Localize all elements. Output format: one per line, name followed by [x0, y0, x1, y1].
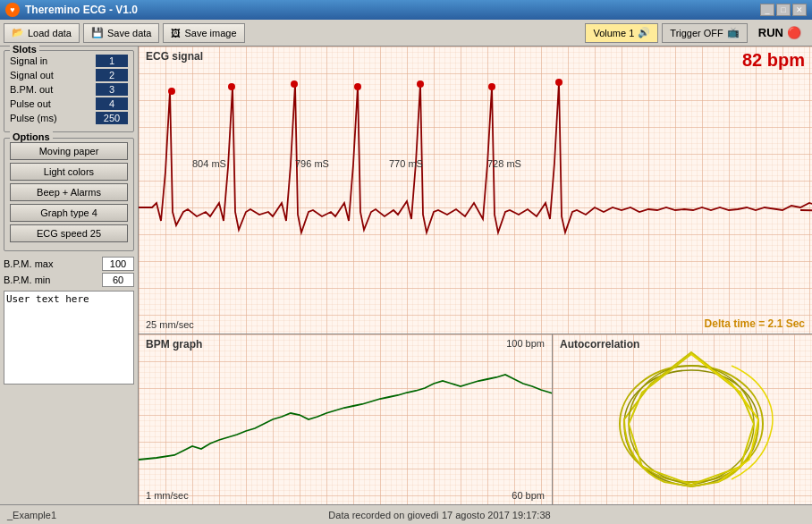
light-colors-button[interactable]: Light colors	[10, 163, 128, 181]
window-controls[interactable]: _ □ ✕	[760, 4, 807, 16]
sidebar: Slots Signal in 1 Signal out 2 B.PM. out…	[0, 46, 139, 504]
status-bar: _Example1 Data recorded on giovedì 17 ag…	[0, 504, 812, 524]
bpm-speed-label: 1 mm/sec	[146, 490, 189, 501]
bpm-top-label: 100 bpm	[506, 338, 545, 349]
svg-text:804 mS: 804 mS	[192, 158, 226, 169]
bpm-bottom-label: 60 bpm	[512, 490, 545, 501]
ecg-grid-svg: 804 mS 796 mS 770 mS 728 mS	[139, 46, 812, 334]
bpm-min-value: 60	[102, 273, 134, 287]
slots-title: Slots	[10, 44, 39, 55]
svg-text:796 mS: 796 mS	[295, 158, 329, 169]
pulse-ms-row: Pulse (ms) 250	[10, 112, 128, 124]
close-button[interactable]: ✕	[792, 4, 807, 16]
pulse-out-value: 4	[96, 97, 128, 110]
svg-point-8	[488, 83, 495, 90]
run-icon: 🔴	[787, 26, 801, 39]
bpm-out-label: B.PM. out	[10, 84, 53, 95]
ecg-panel: 804 mS 796 mS 770 mS 728 mS ECG signal 8…	[139, 46, 812, 334]
run-label: RUN	[758, 26, 783, 39]
title-bar: ♥ Theremino ECG - V1.0 _ □ ✕	[0, 0, 812, 20]
save-image-button[interactable]: 🖼 Save image	[163, 23, 244, 43]
svg-rect-17	[139, 334, 552, 504]
graph-type-button[interactable]: Graph type 4	[10, 204, 128, 222]
bpm-min-row: B.P.M. min 60	[4, 273, 134, 287]
image-icon: 🖼	[171, 28, 181, 38]
pulse-out-row: Pulse out 4	[10, 97, 128, 110]
autocorr-grid-svg	[553, 334, 812, 504]
status-example: _Example1	[7, 510, 56, 520]
save-disk-icon: 💾	[91, 27, 104, 38]
toolbar: 📂 Load data 💾 Save data 🖼 Save image Vol…	[0, 20, 812, 46]
minimize-button[interactable]: _	[760, 4, 774, 16]
svg-point-5	[291, 80, 298, 88]
svg-rect-2	[139, 46, 812, 334]
signal-in-row: Signal in 1	[10, 55, 128, 67]
autocorr-panel-title: Autocorrelation	[560, 338, 639, 351]
bpm-grid-svg: 80	[139, 334, 552, 504]
ecg-speed-button[interactable]: ECG speed 25	[10, 224, 128, 242]
pulse-ms-label: Pulse (ms)	[10, 113, 57, 123]
pulse-ms-value: 250	[96, 112, 128, 124]
load-icon: 📂	[12, 27, 24, 38]
svg-point-4	[228, 83, 235, 90]
ecg-bpm-display: 82 bpm	[742, 50, 805, 71]
volume-control[interactable]: Volume 1 🔊	[585, 23, 658, 43]
volume-icon: 🔊	[638, 27, 650, 38]
bpm-panel: 80 BPM graph 100 bpm 60 bpm 1 mm/sec	[139, 334, 553, 504]
ecg-speed-label: 25 mm/sec	[146, 319, 194, 330]
autocorr-panel: Autocorrelation	[553, 334, 812, 504]
svg-point-9	[555, 79, 562, 86]
main-content: Slots Signal in 1 Signal out 2 B.PM. out…	[0, 46, 812, 504]
slots-group: Slots Signal in 1 Signal out 2 B.PM. out…	[4, 50, 134, 132]
status-info: Data recorded on giovedì 17 agosto 2017 …	[74, 510, 805, 520]
run-control[interactable]: RUN 🔴	[751, 23, 808, 43]
pulse-out-label: Pulse out	[10, 98, 51, 109]
svg-text:728 mS: 728 mS	[487, 158, 521, 169]
signal-out-row: Signal out 2	[10, 69, 128, 81]
app-icon: ♥	[5, 3, 20, 17]
signal-in-value: 1	[96, 55, 128, 67]
chart-area: 804 mS 796 mS 770 mS 728 mS ECG signal 8…	[139, 46, 812, 504]
bottom-panels: 80 BPM graph 100 bpm 60 bpm 1 mm/sec	[139, 334, 812, 504]
options-group: Options Moving paper Light colors Beep +…	[4, 138, 134, 251]
svg-point-3	[168, 88, 175, 95]
bpm-min-label: B.P.M. min	[4, 275, 50, 285]
bpm-max-value: 100	[102, 257, 134, 271]
bpm-out-row: B.PM. out 3	[10, 83, 128, 96]
signal-out-value: 2	[96, 69, 128, 81]
ecg-panel-title: ECG signal	[146, 50, 203, 63]
signal-out-label: Signal out	[10, 70, 54, 80]
save-data-button[interactable]: 💾 Save data	[83, 23, 160, 43]
bpm-panel-title: BPM graph	[146, 338, 202, 351]
moving-paper-button[interactable]: Moving paper	[10, 142, 128, 160]
title-bar-left: ♥ Theremino ECG - V1.0	[5, 3, 138, 17]
svg-point-6	[354, 83, 361, 90]
delta-time-label: Delta time = 2.1 Sec	[705, 317, 805, 330]
svg-text:770 mS: 770 mS	[389, 158, 423, 169]
maximize-button[interactable]: □	[776, 4, 791, 16]
options-title: Options	[10, 131, 53, 142]
trigger-icon: 📺	[727, 27, 740, 38]
beep-alarms-button[interactable]: Beep + Alarms	[10, 183, 128, 201]
app-title: Theremino ECG - V1.0	[25, 4, 138, 16]
svg-point-7	[417, 80, 424, 88]
trigger-control[interactable]: Trigger OFF 📺	[662, 23, 748, 43]
user-text-area[interactable]: User text here	[4, 291, 134, 385]
load-data-button[interactable]: 📂 Load data	[4, 23, 80, 43]
signal-in-label: Signal in	[10, 55, 47, 66]
bpm-max-label: B.P.M. max	[4, 258, 53, 269]
bpm-out-value: 3	[96, 83, 128, 96]
bpm-max-row: B.P.M. max 100	[4, 257, 134, 271]
